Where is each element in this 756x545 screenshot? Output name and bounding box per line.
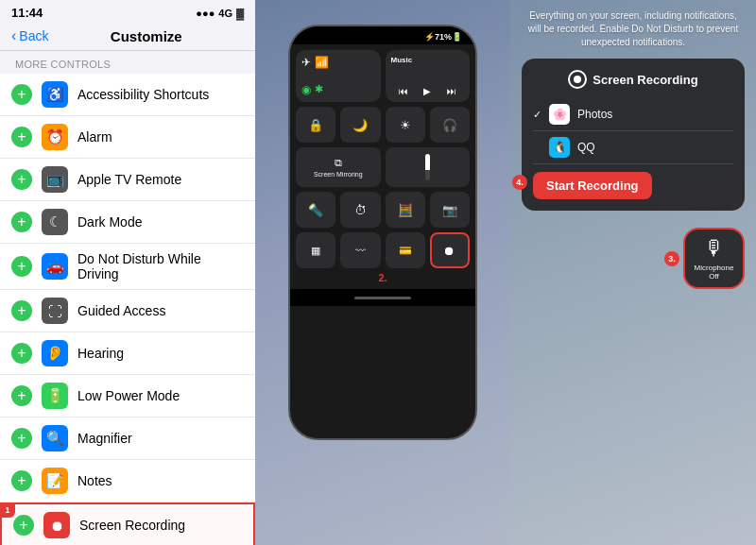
volume-slider[interactable] [425,154,430,180]
photos-app-icon: 🌸 [549,104,570,125]
back-label: Back [19,28,48,43]
list-item-alarm[interactable]: + ⏰ Alarm [0,116,255,159]
add-icon: + [11,470,32,491]
list-item-magnifier[interactable]: + 🔍 Magnifier [0,417,255,460]
rec-circle-icon [568,70,587,89]
qq-app-icon: 🐧 [549,137,570,158]
volume-tile[interactable] [386,147,471,187]
popup-item-qq[interactable]: ✓ 🐧 QQ [533,131,733,164]
list-item-hearing[interactable]: + 👂 Hearing [0,332,255,375]
calculator-tile[interactable]: 🧮 [386,192,425,228]
music-tile[interactable]: Music ⏮ ▶ ⏭ [386,50,471,102]
hearing-icon: 👂 [42,340,68,366]
play-icon: ▶ [423,86,431,96]
brightness-tile[interactable]: ☀ [386,107,425,143]
headphone-icon: 🎧 [442,118,457,132]
step3-badge: 3. [664,251,679,266]
item-label: Do Not Disturb While Driving [77,251,244,281]
status-time: 11:44 [11,6,43,20]
add-icon: + [11,300,32,321]
qr-tile[interactable]: ▦ [296,232,335,268]
list-item-guided-access[interactable]: + ⛶ Guided Access [0,290,255,332]
item-label: Magnifier [77,431,244,446]
add-icon: + [11,343,32,364]
back-button[interactable]: ‹ Back [11,27,48,44]
notes-icon: 📝 [42,468,68,494]
item-label: Screen Recording [79,518,242,533]
mic-wrapper: 3. 🎙 Microphone Off [683,228,745,289]
dark-mode-icon: ☾ [42,209,68,235]
cellular-icon: ◉ [301,83,311,96]
photos-label: Photos [577,108,612,121]
accessibility-icon: ♿ [42,81,68,108]
bluetooth-icon: ✱ [315,83,323,96]
step4-badge: 4. [512,175,527,190]
airplane-icon: ✈ [301,56,311,69]
item-label: Guided Access [77,303,244,318]
apple-tv-icon: 📺 [42,166,68,193]
brightness-icon: ☀ [400,118,411,132]
qr-icon: ▦ [311,245,320,257]
calculator-icon: 🧮 [398,203,413,217]
start-recording-button[interactable]: Start Recording [533,172,652,199]
rec-dot [574,76,581,83]
headphone-tile[interactable]: 🎧 [430,107,470,143]
music-label: Music [391,56,465,64]
signal-icon: ●●● [196,8,215,19]
add-icon: + [11,84,32,105]
item-label: Low Power Mode [77,388,244,403]
item-label: Dark Mode [77,214,244,230]
add-icon: + [11,428,32,449]
list-item-apple-tv[interactable]: + 📺 Apple TV Remote [0,159,255,201]
camera-tile[interactable]: 📷 [430,192,470,228]
popup-title-label: Screen Recording [593,73,697,87]
magnifier-icon: 🔍 [42,425,68,451]
status-icons: ●●● 4G ▓ [196,8,244,19]
right-panel: Everything on your screen, including not… [510,0,756,545]
screen-mirroring-tile[interactable]: ⧉ Screen Mirroring [296,147,381,187]
microphone-button[interactable]: 🎙 Microphone Off [683,228,745,289]
list-item-dark-mode[interactable]: + ☾ Dark Mode [0,201,255,244]
lock-tile[interactable]: 🔒 [296,107,335,143]
connectivity-tile[interactable]: ✈ 📶 ◉ ✱ [296,50,381,102]
add-icon: + [11,212,32,232]
popup-item-photos[interactable]: ✓ 🌸 Photos [533,98,733,131]
timer-tile[interactable]: ⏱ [340,192,380,228]
voice-icon: 〰 [355,245,366,256]
screen-mirror-icon: ⧉ [335,157,342,169]
next-icon: ⏭ [447,86,456,96]
list-item-screen-recording[interactable]: 1 + ⏺ Screen Recording [0,502,255,545]
camera-icon: 📷 [442,203,457,217]
step2-label: 2. [296,272,470,283]
list-item-low-power[interactable]: + 🔋 Low Power Mode [0,375,255,417]
add-icon: + [11,385,32,406]
list-item-dnd-driving[interactable]: + 🚗 Do Not Disturb While Driving [0,244,255,290]
wallet-icon: 💳 [399,245,412,257]
step1-badge: 1 [0,502,15,518]
middle-panel: ⚡71%🔋 ✈ 📶 ◉ ✱ Music ⏮ [255,0,510,545]
page-title: Customize [48,28,244,44]
status-bar: 11:44 ●●● 4G ▓ [0,0,255,24]
item-label: Alarm [77,129,244,145]
rec-button-icon: ⏺ [443,244,455,258]
chevron-left-icon: ‹ [11,27,16,44]
moon-icon: 🌙 [352,118,368,132]
screen-rec-tile[interactable]: ⏺ [430,232,470,268]
flashlight-tile[interactable]: 🔦 [296,192,335,228]
phone-battery: ⚡71%🔋 [424,32,462,42]
list-item-notes[interactable]: + 📝 Notes [0,460,255,502]
add-icon: + [11,169,32,190]
moon-tile[interactable]: 🌙 [340,107,380,143]
description-text: Everything on your screen, including not… [522,9,745,49]
wifi-icon: 📶 [315,56,329,69]
phone-frame: ⚡71%🔋 ✈ 📶 ◉ ✱ Music ⏮ [288,25,477,440]
item-label: Apple TV Remote [77,172,244,187]
voice-tile[interactable]: 〰 [340,232,380,268]
list-item-accessibility[interactable]: + ♿ Accessibility Shortcuts [0,74,255,116]
flashlight-icon: 🔦 [308,203,323,217]
section-header: MORE CONTROLS [0,51,255,74]
wallet-tile[interactable]: 💳 [386,232,425,268]
microphone-icon: 🎙 [704,236,725,261]
nav-bar: ‹ Back Customize [0,24,255,51]
left-panel: 11:44 ●●● 4G ▓ ‹ Back Customize MORE CON… [0,0,255,545]
